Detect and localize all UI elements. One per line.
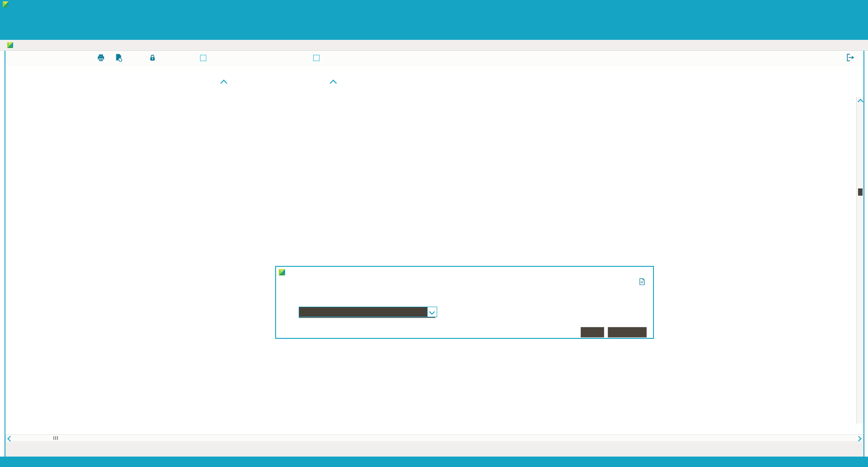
sort-asc-icon-nachname [330,80,337,87]
export-icon[interactable] [845,53,855,63]
mdi-titlebar [0,40,868,51]
antrago-logo-icon [7,42,13,48]
horizontal-scrollbar-thumb[interactable] [53,436,58,440]
combobox-dropdown-button[interactable] [427,307,437,317]
bottom-statusbar [0,457,868,467]
cancel-button[interactable] [608,327,647,337]
horizontal-scrollbar[interactable] [5,434,863,442]
window-frame-right [863,51,864,457]
enrollment-type-dropdown-list [299,317,435,318]
vertical-scrollbar[interactable] [856,97,863,424]
titlebar [0,0,868,8]
menu-bar [0,8,868,19]
sort-asc-icon-beginn [220,80,228,87]
data-grid [5,66,856,434]
vertical-scrollbar-thumb[interactable] [858,188,863,196]
main-toolbar [0,19,868,40]
sub-toolbar [5,51,863,66]
lock-icon[interactable] [148,53,157,63]
sum-disable-checkbox[interactable] [313,55,320,61]
scroll-right-icon[interactable] [856,436,862,442]
dialog-titlebar[interactable] [276,267,653,278]
print-icon[interactable] [96,53,106,63]
filter-window-checkbox[interactable] [200,55,206,61]
antrago-logo-icon [279,269,285,275]
document-edit-icon[interactable] [638,278,646,286]
individuelle-daten-dialog [275,266,654,339]
chevron-down-icon [429,309,435,315]
print-settings-icon[interactable] [114,53,124,63]
combobox-selected-value [299,307,427,317]
scroll-up-icon[interactable] [858,99,863,105]
status-area [5,442,863,457]
scroll-left-icon[interactable] [7,436,13,442]
enrollment-type-combobox[interactable] [299,307,437,317]
antrago-logo-icon [3,1,9,7]
application-window [0,0,868,467]
ok-button[interactable] [581,327,604,337]
